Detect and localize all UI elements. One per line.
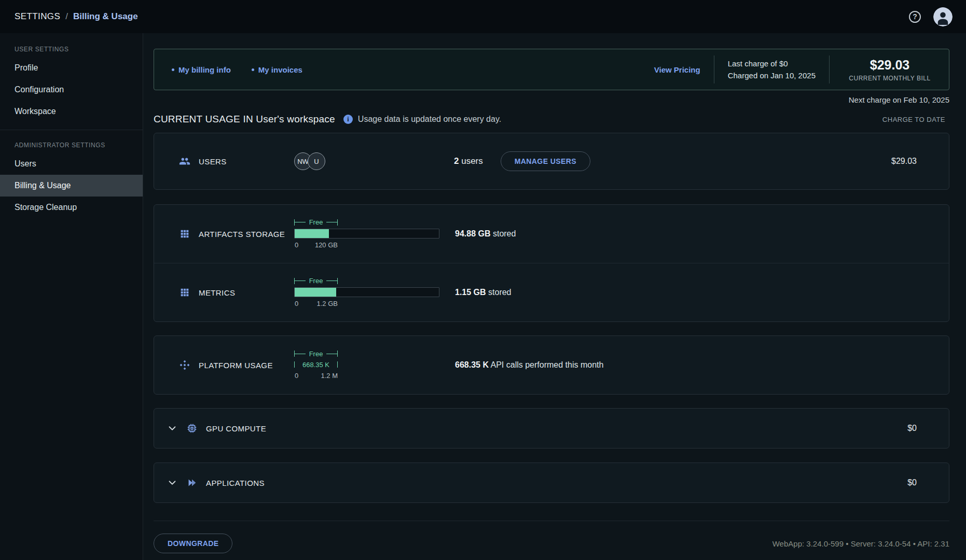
gpu-compute-card[interactable]: GPU COMPUTE $0 xyxy=(154,408,949,449)
info-icon[interactable]: i xyxy=(343,115,353,124)
artifacts-storage-bar-block: Free 0 120 GB xyxy=(294,219,439,249)
sidebar: USER SETTINGS Profile Configuration Work… xyxy=(0,33,143,560)
free-label: Free xyxy=(306,277,327,285)
platform-usage-row: PLATFORM USAGE Free 668.35 K 0 xyxy=(154,336,949,394)
sidebar-item-profile[interactable]: Profile xyxy=(0,57,143,79)
chevron-down-icon[interactable] xyxy=(167,423,178,434)
usage-header: CURRENT USAGE IN User's workspace i Usag… xyxy=(154,113,949,125)
help-icon[interactable] xyxy=(909,11,921,23)
grid-icon xyxy=(179,287,190,298)
breadcrumb-separator: / xyxy=(65,11,68,22)
my-billing-info-link[interactable]: My billing info xyxy=(172,65,231,74)
sidebar-divider xyxy=(0,130,143,130)
my-invoices-link[interactable]: My invoices xyxy=(252,65,302,74)
metrics-bar xyxy=(294,287,439,297)
storage-card: ARTIFACTS STORAGE Free 0 120 GB xyxy=(154,204,949,322)
chevron-down-icon[interactable] xyxy=(167,477,178,488)
current-monthly-bill: $29.03 CURRENT MONTHLY BILL xyxy=(843,58,936,82)
billing-summary-box: My billing info My invoices View Pricing… xyxy=(154,49,949,90)
usage-title: CURRENT USAGE IN User's workspace xyxy=(154,114,335,125)
downgrade-button[interactable]: DOWNGRADE xyxy=(154,534,232,553)
metrics-amount: 1.15 GB xyxy=(455,288,486,297)
metrics-row: METRICS Free 0 1.2 GB 1. xyxy=(154,263,949,321)
users-count: 2 users xyxy=(454,156,483,166)
artifacts-storage-suffix: stored xyxy=(490,229,516,238)
users-count-suffix: users xyxy=(459,156,482,166)
free-tier-bracket: Free xyxy=(294,350,338,357)
bill-amount-label: CURRENT MONTHLY BILL xyxy=(843,75,936,82)
version-info: WebApp: 3.24.0-599 • Server: 3.24.0-54 •… xyxy=(772,539,949,548)
scale-max: 1.2 GB xyxy=(317,300,338,307)
user-avatars: NW U xyxy=(294,152,454,170)
artifacts-storage-label: ARTIFACTS STORAGE xyxy=(199,230,285,239)
api-calls-suffix: API calls performed this month xyxy=(489,360,603,369)
platform-diamonds-icon xyxy=(179,359,190,371)
vertical-divider xyxy=(829,55,830,83)
platform-usage-inline-value: 668.35 K xyxy=(294,360,338,369)
platform-usage-scale: 0 1.2 M xyxy=(294,372,439,380)
artifacts-storage-value: 94.88 GB stored xyxy=(455,229,516,239)
last-charge-amount: Last charge of $0 xyxy=(728,58,816,69)
my-billing-info-label: My billing info xyxy=(178,65,231,74)
gpu-compute-charge: $0 xyxy=(907,424,917,433)
applications-charge: $0 xyxy=(907,478,917,487)
artifacts-storage-row-label: ARTIFACTS STORAGE xyxy=(179,228,294,240)
sidebar-section-admin-settings: ADMINISTRATOR SETTINGS xyxy=(0,142,143,153)
breadcrumb: SETTINGS / Billing & Usage xyxy=(15,11,138,22)
applications-label: APPLICATIONS xyxy=(206,479,265,487)
footer: DOWNGRADE WebApp: 3.24.0-599 • Server: 3… xyxy=(154,534,949,553)
free-tier-bracket: Free xyxy=(294,219,338,226)
billing-links: My billing info My invoices xyxy=(172,65,302,74)
applications-icon xyxy=(186,477,198,488)
topbar-actions xyxy=(909,7,953,26)
scale-max: 1.2 M xyxy=(321,372,338,380)
avatar: U xyxy=(308,152,325,170)
last-charge-date: Charged on Jan 10, 2025 xyxy=(728,69,816,81)
platform-usage-card: PLATFORM USAGE Free 668.35 K 0 xyxy=(154,335,949,395)
users-card: USERS NW U 2 users MANAGE USERS $29.03 xyxy=(154,133,949,190)
usage-note: Usage data is updated once every day. xyxy=(358,115,501,124)
grid-icon xyxy=(179,228,190,240)
vertical-divider xyxy=(714,55,714,83)
scale-min: 0 xyxy=(295,241,298,249)
breadcrumb-settings[interactable]: SETTINGS xyxy=(15,11,60,22)
sidebar-item-workspace[interactable]: Workspace xyxy=(0,101,143,122)
bullet-icon xyxy=(252,68,254,71)
users-charge: $29.03 xyxy=(891,157,917,166)
sidebar-item-billing-usage[interactable]: Billing & Usage xyxy=(0,175,143,197)
gpu-chip-icon xyxy=(186,423,198,434)
free-tier-bracket: Free xyxy=(294,277,338,285)
metrics-value: 1.15 GB stored xyxy=(455,288,512,297)
breadcrumb-current: Billing & Usage xyxy=(73,11,138,22)
applications-card[interactable]: APPLICATIONS $0 xyxy=(154,463,949,503)
sidebar-item-configuration[interactable]: Configuration xyxy=(0,79,143,101)
footer-divider xyxy=(154,521,949,521)
main-content: My billing info My invoices View Pricing… xyxy=(143,33,966,560)
platform-usage-label: PLATFORM USAGE xyxy=(199,361,273,370)
users-group-icon xyxy=(179,156,190,167)
sidebar-item-users[interactable]: Users xyxy=(0,153,143,175)
person-icon xyxy=(933,7,953,26)
platform-usage-count: 668.35 K xyxy=(295,361,337,369)
charge-to-date-label: CHARGE TO DATE xyxy=(882,116,949,123)
view-pricing-link[interactable]: View Pricing xyxy=(654,65,700,74)
gpu-compute-label: GPU COMPUTE xyxy=(206,424,266,433)
users-row-label: USERS xyxy=(179,156,294,167)
artifacts-storage-scale: 0 120 GB xyxy=(294,241,439,249)
platform-usage-row-label: PLATFORM USAGE xyxy=(179,359,294,371)
metrics-row-label: METRICS xyxy=(179,287,294,298)
user-avatar[interactable] xyxy=(933,7,953,26)
sidebar-item-storage-cleanup[interactable]: Storage Cleanup xyxy=(0,197,143,218)
artifacts-storage-amount: 94.88 GB xyxy=(455,229,490,238)
sidebar-section-user-settings: USER SETTINGS xyxy=(0,46,143,57)
artifacts-storage-bar xyxy=(294,229,439,239)
scale-min: 0 xyxy=(295,372,298,380)
users-label: USERS xyxy=(199,157,227,166)
scale-min: 0 xyxy=(295,300,298,307)
next-charge-note: Next charge on Feb 10, 2025 xyxy=(154,95,949,105)
bill-amount-value: $29.03 xyxy=(843,58,936,73)
metrics-bar-fill xyxy=(295,288,336,297)
manage-users-button[interactable]: MANAGE USERS xyxy=(501,151,590,171)
metrics-suffix: stored xyxy=(486,288,512,297)
metrics-scale: 0 1.2 GB xyxy=(294,300,439,308)
